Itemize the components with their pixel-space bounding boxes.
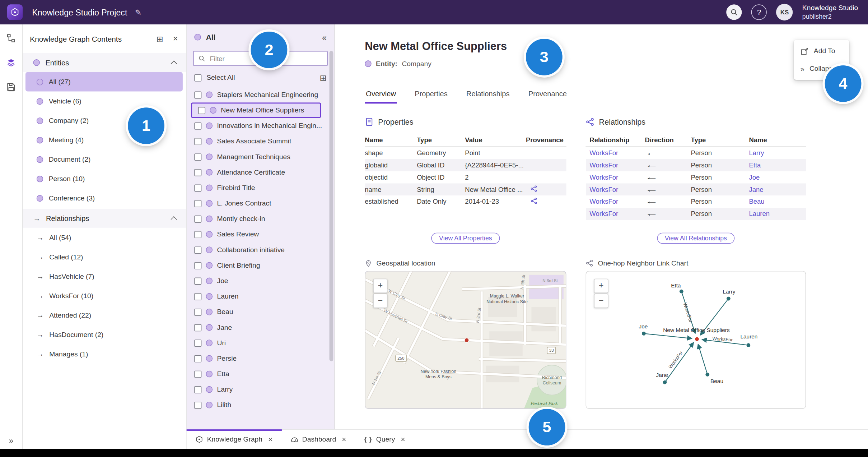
scrollbar[interactable] [330, 51, 333, 361]
save-icon[interactable] [0, 77, 22, 98]
relationship-type-item[interactable]: →HasVehicle (7) [22, 267, 186, 286]
select-all-checkbox[interactable] [194, 74, 201, 81]
add-box-icon[interactable]: ⊞ [319, 73, 326, 82]
close-tab-icon[interactable]: ✕ [401, 436, 406, 443]
relationship-link[interactable]: WorksFor [589, 198, 618, 206]
help-button[interactable]: ? [751, 4, 767, 20]
graph-node[interactable] [747, 343, 751, 347]
item-checkbox[interactable] [194, 91, 201, 98]
provenance-icon[interactable] [530, 185, 537, 192]
tab-provenance[interactable]: Provenance [527, 87, 568, 104]
relationship-type-item[interactable]: →Attended (22) [22, 305, 186, 325]
list-item[interactable]: Collaboration initiative [187, 242, 335, 258]
view-all-properties-button[interactable]: View All Properties [431, 233, 500, 244]
item-checkbox[interactable] [194, 138, 201, 145]
entity-link[interactable]: Larry [749, 149, 764, 157]
item-checkbox[interactable] [194, 200, 201, 207]
hierarchy-icon[interactable] [0, 28, 22, 49]
add-to-menu-item[interactable]: Add To [794, 42, 849, 60]
list-item[interactable]: Firebird Title [187, 180, 335, 195]
relationship-type-item[interactable]: →HasDocument (2) [22, 325, 186, 344]
graph-node[interactable] [663, 380, 667, 384]
entity-type-item[interactable]: Person (10) [22, 169, 186, 188]
list-item[interactable]: Staplers Mechanical Engineering [187, 87, 335, 102]
zoom-in-button[interactable]: + [373, 279, 387, 293]
graph-node[interactable] [680, 290, 683, 294]
entity-link[interactable]: Etta [749, 161, 761, 169]
edit-title-icon[interactable]: ✎ [135, 8, 141, 17]
list-item[interactable]: L. Jones Contract [187, 195, 335, 211]
relationship-link[interactable]: WorksFor [589, 210, 618, 218]
list-item[interactable]: Jane [187, 320, 335, 335]
add-box-icon[interactable]: ⊞ [156, 34, 163, 43]
entity-link[interactable]: Beau [749, 198, 764, 206]
tab-properties[interactable]: Properties [414, 87, 449, 104]
item-checkbox[interactable] [194, 246, 201, 253]
item-checkbox[interactable] [194, 308, 201, 315]
list-item[interactable]: Lilith [187, 397, 335, 413]
list-item[interactable]: Beau [187, 304, 335, 320]
list-item[interactable]: Larry [187, 382, 335, 397]
relationship-type-item[interactable]: →Manages (1) [22, 344, 186, 364]
map-marker-icon[interactable] [465, 338, 469, 342]
item-checkbox[interactable] [194, 277, 201, 285]
list-item[interactable]: Innovations in Mechanical Engin... [187, 118, 335, 133]
relationship-type-item[interactable]: →All (54) [22, 228, 186, 247]
tab-overview[interactable]: Overview [365, 87, 397, 104]
entity-link[interactable]: Lauren [749, 210, 770, 218]
tab-knowledge-graph[interactable]: Knowledge Graph ✕ [187, 430, 282, 449]
entity-type-item[interactable]: Conference (3) [22, 188, 186, 208]
item-checkbox[interactable] [194, 231, 201, 238]
graph-node[interactable] [705, 373, 709, 377]
graph-node[interactable] [642, 332, 646, 336]
link-chart[interactable]: Etta Larry Joe Lauren Jane Beau New Meta… [586, 271, 806, 409]
tab-relationships[interactable]: Relationships [465, 87, 511, 104]
close-tab-icon[interactable]: ✕ [342, 436, 347, 443]
item-checkbox[interactable] [194, 324, 201, 331]
item-checkbox[interactable] [194, 262, 201, 269]
item-checkbox[interactable] [194, 370, 201, 378]
zoom-out-button[interactable]: − [373, 294, 387, 308]
relationship-type-item[interactable]: →WorksFor (10) [22, 286, 186, 305]
item-checkbox[interactable] [198, 107, 205, 114]
list-item[interactable]: Client Briefing [187, 258, 335, 273]
list-item[interactable]: Etta [187, 366, 335, 382]
entity-type-item[interactable]: Document (2) [22, 149, 186, 169]
graph-node[interactable] [727, 297, 731, 301]
collapse-panel-icon[interactable]: « [322, 32, 327, 42]
item-checkbox[interactable] [194, 169, 201, 176]
list-item[interactable]: Attendance Certificate [187, 165, 335, 180]
expand-rail-icon[interactable]: » [0, 436, 22, 446]
relationship-link[interactable]: WorksFor [589, 161, 618, 169]
avatar[interactable]: KS [776, 4, 793, 20]
zoom-in-button[interactable]: + [594, 279, 608, 293]
item-checkbox[interactable] [194, 355, 201, 362]
list-item[interactable]: Lauren [187, 288, 335, 304]
entity-type-item[interactable]: Vehicle (6) [22, 91, 186, 111]
list-item[interactable]: Joe [187, 273, 335, 288]
search-button[interactable] [727, 4, 742, 20]
provenance-icon[interactable] [530, 197, 537, 204]
relationship-link[interactable]: WorksFor [589, 186, 618, 194]
entity-type-item-all[interactable]: All (27) [25, 72, 183, 91]
item-checkbox[interactable] [194, 293, 201, 300]
geospatial-map[interactable]: W Clay St E Clay St W Marshall St N 1st … [365, 271, 566, 409]
zoom-out-button[interactable]: − [594, 294, 608, 308]
close-tab-icon[interactable]: ✕ [268, 436, 273, 443]
item-checkbox[interactable] [194, 386, 201, 393]
view-all-relationships-button[interactable]: View All Relationships [657, 233, 734, 244]
item-checkbox[interactable] [194, 153, 201, 160]
tab-dashboard[interactable]: Dashboard ✕ [282, 430, 355, 449]
item-checkbox[interactable] [194, 184, 201, 191]
list-item[interactable]: Sales Associate Summit [187, 134, 335, 149]
list-item[interactable]: Managment Techniques [187, 149, 335, 165]
entities-section-header[interactable]: Entities [22, 53, 186, 72]
list-item[interactable]: Persie [187, 351, 335, 366]
relationships-section-header[interactable]: → Relationships [22, 209, 186, 227]
app-logo-icon[interactable] [7, 4, 23, 20]
item-checkbox[interactable] [194, 215, 201, 222]
item-checkbox[interactable] [194, 340, 201, 347]
item-checkbox[interactable] [194, 122, 201, 129]
graph-center-node[interactable] [695, 337, 699, 341]
list-item[interactable]: Montly check-in [187, 211, 335, 227]
